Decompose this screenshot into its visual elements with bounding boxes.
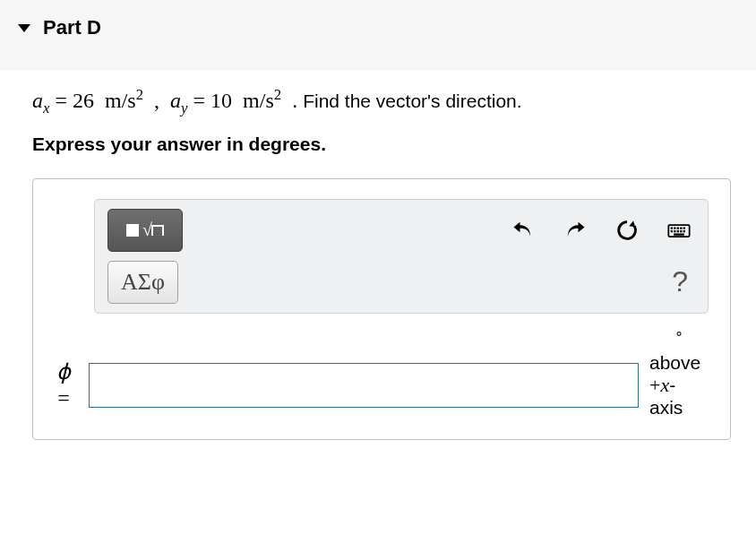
instruction: Express your answer in degrees. bbox=[32, 134, 738, 155]
sq1: 2 bbox=[136, 86, 143, 103]
reset-button[interactable] bbox=[611, 214, 643, 246]
greek-label: ΑΣφ bbox=[121, 269, 165, 296]
unit1: m/s bbox=[105, 89, 136, 112]
svg-rect-4 bbox=[680, 227, 682, 229]
svg-rect-3 bbox=[677, 227, 679, 229]
degree-symbol: ∘ bbox=[674, 326, 683, 342]
eq1: = bbox=[55, 89, 67, 112]
comma: , bbox=[154, 89, 159, 112]
axis-text: axis bbox=[649, 397, 683, 418]
dash: - bbox=[669, 375, 675, 395]
greek-button[interactable]: ΑΣφ bbox=[107, 261, 178, 304]
ay-var: a bbox=[170, 89, 181, 112]
answer-box: √ bbox=[32, 178, 731, 440]
equation-toolbar: √ bbox=[94, 199, 709, 314]
keyboard-icon bbox=[666, 218, 692, 243]
ay-val: 10 bbox=[210, 89, 232, 112]
x-var: x bbox=[660, 374, 669, 396]
part-title: Part D bbox=[43, 16, 101, 39]
ax-var: a bbox=[32, 89, 43, 112]
svg-rect-10 bbox=[683, 230, 685, 232]
content: ax = 26 m/s2 , ay = 10 m/s2 . Find the v… bbox=[0, 86, 756, 449]
svg-rect-11 bbox=[674, 233, 684, 235]
undo-button[interactable] bbox=[507, 214, 539, 246]
above-text: above bbox=[649, 352, 700, 373]
period: . bbox=[292, 89, 297, 112]
unit2: m/s bbox=[243, 89, 274, 112]
keyboard-button[interactable] bbox=[663, 214, 695, 246]
redo-icon bbox=[563, 218, 588, 243]
toolbar-actions bbox=[507, 214, 695, 246]
templates-button[interactable]: √ bbox=[107, 209, 183, 252]
undo-icon bbox=[511, 218, 536, 243]
ay-sub: y bbox=[181, 99, 187, 116]
problem-tail: Find the vector's direction. bbox=[303, 91, 521, 111]
ax-sub: x bbox=[43, 99, 49, 116]
svg-rect-1 bbox=[671, 227, 673, 229]
answer-input[interactable] bbox=[89, 363, 639, 408]
collapse-icon bbox=[18, 24, 30, 32]
unit-label: ∘ above +x- axis bbox=[649, 351, 714, 419]
svg-rect-6 bbox=[671, 230, 673, 232]
variable-label: ϕ = bbox=[49, 359, 78, 411]
svg-rect-8 bbox=[677, 230, 679, 232]
box-icon bbox=[126, 224, 139, 237]
input-row: ϕ = ∘ above +x- axis bbox=[49, 351, 714, 419]
part-header[interactable]: Part D bbox=[0, 0, 756, 70]
phi-symbol: ϕ bbox=[49, 359, 78, 385]
eq2: = bbox=[193, 89, 206, 112]
plus-sign: + bbox=[649, 374, 660, 396]
svg-rect-2 bbox=[674, 227, 675, 229]
redo-button[interactable] bbox=[559, 214, 591, 246]
help-button[interactable]: ? bbox=[672, 265, 695, 298]
reset-icon bbox=[614, 218, 640, 243]
svg-rect-9 bbox=[680, 230, 682, 232]
svg-rect-5 bbox=[683, 227, 685, 229]
svg-rect-7 bbox=[674, 230, 675, 232]
sq2: 2 bbox=[274, 86, 281, 103]
root-icon: √ bbox=[142, 220, 164, 240]
ax-val: 26 bbox=[73, 89, 94, 112]
equals-symbol: = bbox=[57, 386, 70, 410]
problem-statement: ax = 26 m/s2 , ay = 10 m/s2 . Find the v… bbox=[32, 86, 738, 117]
